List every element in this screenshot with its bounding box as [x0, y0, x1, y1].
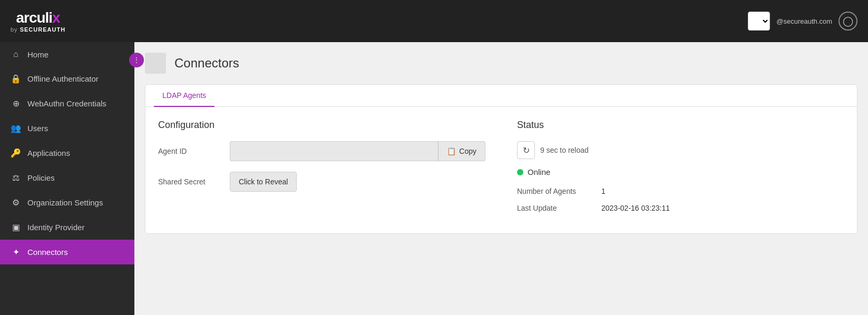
user-email: @secureauth.com: [776, 17, 832, 25]
header: arculix by SECUREAUTH @secureauth.com ◯: [0, 0, 868, 42]
policies-icon: ⚖: [11, 173, 21, 183]
tenant-select[interactable]: [748, 12, 770, 31]
sidebar-item-label: Connectors: [27, 248, 68, 257]
sidebar-item-identity-provider[interactable]: ▣ Identity Provider: [0, 215, 134, 240]
num-agents-label: Number of Agents: [517, 187, 591, 195]
body: ⋮ ⌂ Home 🔒 Offline Authenticator ⊕ WebAu…: [0, 42, 868, 315]
num-agents-value: 1: [601, 187, 606, 195]
sidebar-item-users[interactable]: 👥 Users: [0, 116, 134, 141]
status-section: Status ↻ 9 sec to reload Online Number o…: [517, 120, 844, 221]
gear-icon: ⚙: [11, 198, 21, 208]
page-title: Connectors: [174, 56, 239, 71]
sidebar-item-policies[interactable]: ⚖ Policies: [0, 165, 134, 190]
main-content: Connectors LDAP Agents Configuration Age…: [134, 42, 868, 315]
copy-label: Copy: [459, 147, 476, 155]
header-right: @secureauth.com ◯: [748, 12, 857, 31]
agent-id-field: [230, 141, 438, 161]
tab-ldap-agents[interactable]: LDAP Agents: [154, 85, 214, 107]
config-section-title: Configuration: [158, 120, 485, 131]
online-indicator: Online: [517, 168, 844, 176]
reload-button[interactable]: ↻: [517, 141, 535, 159]
sidebar-item-label: Policies: [27, 173, 55, 182]
online-label: Online: [528, 168, 550, 176]
sidebar-item-applications[interactable]: 🔑 Applications: [0, 141, 134, 165]
reveal-button[interactable]: Click to Reveal: [230, 172, 297, 192]
page-header: Connectors: [145, 53, 857, 74]
user-avatar[interactable]: ◯: [838, 12, 857, 31]
reload-icon: ↻: [523, 145, 530, 155]
card-body: Configuration Agent ID 📋 Copy Shared: [145, 107, 857, 233]
tabs: LDAP Agents: [145, 85, 857, 107]
logo: arculix by SECUREAUTH: [11, 9, 65, 33]
sidebar-item-org-settings[interactable]: ⚙ Organization Settings: [0, 190, 134, 215]
logo-x: x: [52, 9, 60, 26]
users-icon: 👥: [11, 123, 21, 133]
shared-secret-row: Shared Secret Click to Reveal: [158, 172, 485, 192]
configuration-section: Configuration Agent ID 📋 Copy Shared: [158, 120, 485, 221]
page-icon: [145, 53, 166, 74]
sidebar-item-offline-auth[interactable]: 🔒 Offline Authenticator: [0, 66, 134, 91]
sidebar-item-home[interactable]: ⌂ Home: [0, 42, 134, 66]
sidebar-item-label: WebAuthn Credentials: [27, 99, 106, 108]
connectors-icon: ✦: [11, 247, 21, 257]
fingerprint-icon: ⊕: [11, 99, 21, 109]
sidebar-item-label: Home: [27, 50, 48, 59]
reload-row: ↻ 9 sec to reload: [517, 141, 844, 159]
sidebar-item-label: Applications: [27, 149, 70, 158]
sidebar-item-label: Users: [27, 124, 48, 133]
home-icon: ⌂: [11, 50, 21, 59]
copy-icon: 📋: [447, 147, 456, 155]
last-update-value: 2023-02-16 03:23:11: [601, 204, 670, 212]
logo-sub: by SECUREAUTH: [11, 26, 65, 33]
sidebar-item-connectors[interactable]: ✦ Connectors: [0, 240, 134, 264]
applications-icon: 🔑: [11, 148, 21, 158]
last-update-row: Last Update 2023-02-16 03:23:11: [517, 204, 844, 212]
agent-id-container: 📋 Copy: [230, 141, 485, 161]
reload-text: 9 sec to reload: [540, 146, 589, 154]
shared-secret-label: Shared Secret: [158, 178, 221, 186]
identity-icon: ▣: [11, 222, 21, 232]
online-dot: [517, 169, 523, 175]
sidebar-item-label: Identity Provider: [27, 223, 84, 232]
connectors-card: LDAP Agents Configuration Agent ID 📋 Cop…: [145, 84, 857, 234]
sidebar-toggle[interactable]: ⋮: [129, 53, 144, 67]
num-agents-row: Number of Agents 1: [517, 187, 844, 195]
sidebar-item-label: Offline Authenticator: [27, 74, 99, 83]
last-update-label: Last Update: [517, 204, 591, 212]
agent-id-label: Agent ID: [158, 147, 221, 155]
sidebar-item-webauthn[interactable]: ⊕ WebAuthn Credentials: [0, 91, 134, 116]
copy-button[interactable]: 📋 Copy: [438, 141, 485, 161]
sidebar-item-label: Organization Settings: [27, 198, 103, 207]
agent-id-row: Agent ID 📋 Copy: [158, 141, 485, 161]
lock-icon: 🔒: [11, 74, 21, 84]
logo-text: arculix: [16, 9, 60, 26]
sidebar: ⋮ ⌂ Home 🔒 Offline Authenticator ⊕ WebAu…: [0, 42, 134, 315]
status-section-title: Status: [517, 120, 844, 131]
